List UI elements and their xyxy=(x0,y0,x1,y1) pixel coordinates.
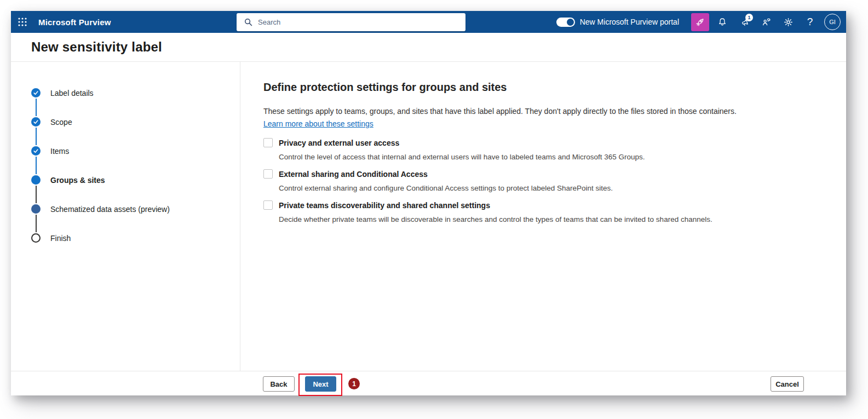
step-completed-icon xyxy=(31,117,41,127)
rocket-icon xyxy=(695,17,705,27)
checkmark-icon xyxy=(33,148,39,154)
option-description: Decide whether private teams will be dis… xyxy=(279,215,813,225)
waffle-icon xyxy=(18,18,27,26)
portal-toggle-group: New Microsoft Purview portal xyxy=(556,18,679,27)
option-private-teams-discoverability: Private teams discoverability and shared… xyxy=(263,200,813,225)
step-label: Label details xyxy=(50,89,94,97)
step-finish[interactable]: Finish xyxy=(11,223,240,252)
step-label: Groups & sites xyxy=(50,176,105,185)
option-description: Control external sharing and configure C… xyxy=(279,183,813,193)
main-area: Label details Scope xyxy=(11,62,846,371)
announcement-count-badge: 1 xyxy=(745,14,753,21)
option-description: Control the level of access that interna… xyxy=(279,152,813,162)
next-button[interactable]: Next xyxy=(305,376,336,392)
protection-options: Privacy and external user access Control… xyxy=(263,138,813,225)
privacy-external-access-checkbox[interactable] xyxy=(263,138,273,147)
toggle-knob xyxy=(567,19,574,26)
cancel-button[interactable]: Cancel xyxy=(771,376,804,392)
option-title: Private teams discoverability and shared… xyxy=(279,201,490,210)
step-label: Items xyxy=(50,147,69,156)
search-input[interactable] xyxy=(258,13,465,31)
screenshot-canvas: Microsoft Purview New Microsoft Purview … xyxy=(0,0,868,419)
content-heading: Define protection settings for groups an… xyxy=(263,81,813,94)
option-title: Privacy and external user access xyxy=(279,139,399,147)
search-box[interactable] xyxy=(237,13,465,31)
app-window: Microsoft Purview New Microsoft Purview … xyxy=(11,11,846,395)
settings-button[interactable] xyxy=(777,11,799,33)
private-teams-discoverability-checkbox[interactable] xyxy=(263,200,273,210)
step-label-details[interactable]: Label details xyxy=(11,78,240,107)
page-title: New sensitivity label xyxy=(31,39,162,55)
announcements-button[interactable]: 1 xyxy=(733,11,755,33)
app-launcher-button[interactable] xyxy=(11,11,34,33)
wizard-steps-sidebar: Label details Scope xyxy=(11,62,240,371)
gear-icon xyxy=(783,17,794,27)
feedback-button[interactable] xyxy=(755,11,777,33)
step-upcoming-icon xyxy=(31,204,41,214)
step-current-icon xyxy=(31,175,41,185)
top-bar: Microsoft Purview New Microsoft Purview … xyxy=(11,11,846,33)
bell-icon xyxy=(717,17,727,27)
wizard-footer: Back Next 1 Cancel xyxy=(11,371,846,395)
learn-more-link[interactable]: Learn more about these settings xyxy=(263,119,373,128)
search-icon xyxy=(244,18,252,26)
account-avatar[interactable]: GI xyxy=(824,14,841,30)
step-completed-icon xyxy=(31,88,41,97)
wizard-page-content: Define protection settings for groups an… xyxy=(240,62,846,371)
option-privacy-external-access: Privacy and external user access Control… xyxy=(263,138,813,162)
back-button[interactable]: Back xyxy=(263,376,295,392)
step-items[interactable]: Items xyxy=(11,136,240,165)
topbar-right-cluster: New Microsoft Purview portal xyxy=(556,11,841,33)
content-intro: These settings apply to teams, groups, a… xyxy=(263,106,756,117)
step-label: Schematized data assets (preview) xyxy=(50,205,170,214)
annotation-step-badge: 1 xyxy=(348,378,360,389)
checkmark-icon xyxy=(33,90,39,96)
step-pending-icon xyxy=(31,233,41,243)
product-name: Microsoft Purview xyxy=(38,18,111,27)
step-completed-icon xyxy=(31,146,41,156)
whats-new-button[interactable] xyxy=(691,13,709,31)
option-external-sharing-ca: External sharing and Conditional Access … xyxy=(263,169,813,193)
new-portal-toggle[interactable] xyxy=(556,18,575,27)
step-label: Scope xyxy=(50,118,72,127)
step-scope[interactable]: Scope xyxy=(11,107,240,136)
notifications-button[interactable] xyxy=(711,11,733,33)
page-header: New sensitivity label xyxy=(11,33,846,62)
step-groups-and-sites[interactable]: Groups & sites xyxy=(11,165,240,194)
external-sharing-ca-checkbox[interactable] xyxy=(263,169,273,179)
person-feedback-icon xyxy=(761,17,772,27)
avatar-initials: GI xyxy=(829,19,836,25)
checkmark-icon xyxy=(33,119,39,125)
help-button[interactable]: ? xyxy=(799,11,821,33)
portal-toggle-label: New Microsoft Purview portal xyxy=(580,18,679,26)
option-title: External sharing and Conditional Access xyxy=(279,170,428,179)
help-icon: ? xyxy=(807,16,813,28)
step-label: Finish xyxy=(50,234,71,243)
step-schematized-data-assets[interactable]: Schematized data assets (preview) xyxy=(11,194,240,223)
